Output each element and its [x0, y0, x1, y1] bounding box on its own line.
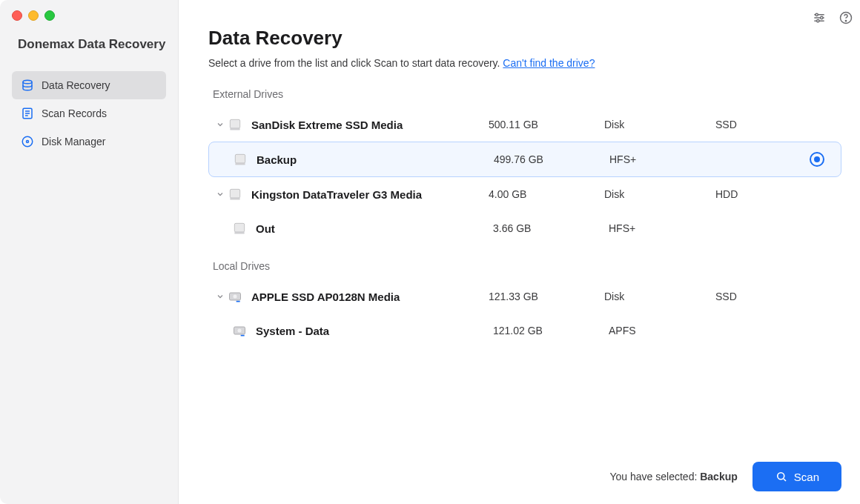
- volume-fs: HFS+: [609, 222, 720, 234]
- page-title: Data Recovery: [208, 27, 841, 50]
- minimize-window-button[interactable]: [28, 10, 39, 21]
- svg-rect-12: [235, 163, 245, 165]
- nav-scan-records[interactable]: Scan Records: [12, 99, 166, 127]
- sidebar-nav: Data Recovery Scan Records Disk Manager: [0, 71, 178, 156]
- nav-data-recovery[interactable]: Data Recovery: [12, 71, 166, 99]
- scan-button-label: Scan: [794, 471, 819, 483]
- svg-point-6: [817, 20, 819, 22]
- cant-find-drive-link[interactable]: Can't find the drive?: [503, 57, 595, 69]
- subtitle-text: Select a drive from the list and click S…: [208, 57, 503, 69]
- volume-fs: HFS+: [609, 153, 721, 165]
- drive-type: Disk: [604, 119, 715, 130]
- drive-subtype: SSD: [715, 119, 804, 130]
- selected-prefix: You have selected:: [610, 471, 701, 483]
- svg-point-4: [816, 13, 818, 16]
- settings-icon[interactable]: [812, 10, 827, 25]
- footer: You have selected: Backup Scan: [179, 449, 860, 504]
- volume-name: System - Data: [256, 325, 493, 337]
- content: Data Recovery Select a drive from the li…: [179, 0, 860, 449]
- drive-name: SanDisk Extreme SSD Media: [251, 119, 489, 131]
- internal-drive-icon: [228, 289, 242, 304]
- volume-icon: [233, 152, 248, 167]
- svg-rect-16: [234, 232, 244, 234]
- scan-records-icon: [21, 107, 34, 120]
- drive-type: Disk: [604, 188, 715, 200]
- svg-point-2: [22, 136, 33, 147]
- chevron-down-icon[interactable]: [213, 292, 228, 301]
- sidebar: Donemax Data Recovery Data Recovery Scan…: [0, 0, 179, 504]
- chevron-down-icon[interactable]: [213, 120, 228, 129]
- svg-point-8: [845, 21, 846, 21]
- svg-rect-10: [230, 128, 239, 130]
- section-heading-local: Local Drives: [213, 260, 841, 272]
- data-recovery-icon: [21, 79, 34, 92]
- svg-point-3: [27, 141, 29, 143]
- drive-row[interactable]: APPLE SSD AP0128N Media 121.33 GB Disk S…: [208, 279, 841, 314]
- app-window: Donemax Data Recovery Data Recovery Scan…: [0, 0, 860, 504]
- internal-volume-icon: [232, 323, 247, 338]
- section-heading-external: External Drives: [213, 88, 841, 100]
- drive-subtype: SSD: [715, 291, 804, 302]
- drive-row[interactable]: SanDisk Extreme SSD Media 500.11 GB Disk…: [208, 107, 841, 142]
- drive-name: APPLE SSD AP0128N Media: [251, 291, 489, 303]
- volume-icon: [232, 221, 247, 236]
- svg-point-18: [234, 295, 237, 299]
- svg-point-5: [821, 16, 823, 19]
- drive-row[interactable]: Kingston DataTraveler G3 Media 4.00 GB D…: [208, 177, 841, 211]
- volume-row-selected[interactable]: Backup 499.76 GB HFS+: [208, 142, 841, 177]
- selected-radio-icon[interactable]: [810, 152, 824, 167]
- external-drive-icon: [228, 187, 242, 202]
- drive-name: Kingston DataTraveler G3 Media: [251, 188, 489, 201]
- drive-size: 500.11 GB: [489, 119, 604, 130]
- chevron-down-icon[interactable]: [213, 190, 228, 199]
- window-controls: [0, 0, 178, 21]
- svg-rect-13: [230, 189, 239, 198]
- volume-size: 121.02 GB: [493, 325, 609, 336]
- help-icon[interactable]: [838, 10, 853, 25]
- nav-label: Data Recovery: [42, 79, 110, 91]
- search-icon: [775, 470, 788, 483]
- maximize-window-button[interactable]: [44, 10, 55, 21]
- scan-button[interactable]: Scan: [752, 462, 841, 491]
- selected-name: Backup: [700, 471, 738, 483]
- volume-name: Out: [256, 222, 493, 235]
- drive-type: Disk: [604, 291, 715, 302]
- nav-label: Scan Records: [42, 107, 107, 119]
- volume-size: 3.66 GB: [493, 222, 609, 234]
- volume-fs: APFS: [609, 325, 720, 336]
- main-panel: Data Recovery Select a drive from the li…: [179, 0, 860, 504]
- drive-size: 121.33 GB: [489, 291, 604, 302]
- volume-row[interactable]: Out 3.66 GB HFS+: [208, 211, 841, 245]
- top-right-toolbar: [812, 10, 853, 25]
- drive-size: 4.00 GB: [489, 188, 604, 200]
- svg-point-0: [23, 80, 32, 84]
- drive-subtype: HDD: [715, 188, 804, 200]
- nav-disk-manager[interactable]: Disk Manager: [12, 127, 166, 156]
- app-title: Donemax Data Recovery: [0, 21, 178, 71]
- external-drive-icon: [228, 117, 242, 132]
- page-subtitle: Select a drive from the list and click S…: [208, 57, 841, 69]
- svg-rect-11: [235, 154, 245, 163]
- volume-size: 499.76 GB: [494, 153, 609, 165]
- volume-row[interactable]: System - Data 121.02 GB APFS: [208, 314, 841, 348]
- svg-rect-15: [234, 223, 244, 232]
- selected-summary: You have selected: Backup: [610, 471, 738, 483]
- disk-manager-icon: [21, 135, 34, 148]
- svg-rect-14: [230, 198, 239, 200]
- volume-name: Backup: [257, 153, 494, 166]
- svg-rect-9: [230, 119, 239, 128]
- nav-label: Disk Manager: [42, 136, 105, 147]
- svg-point-21: [778, 473, 784, 480]
- svg-point-20: [238, 329, 242, 333]
- close-window-button[interactable]: [12, 10, 22, 21]
